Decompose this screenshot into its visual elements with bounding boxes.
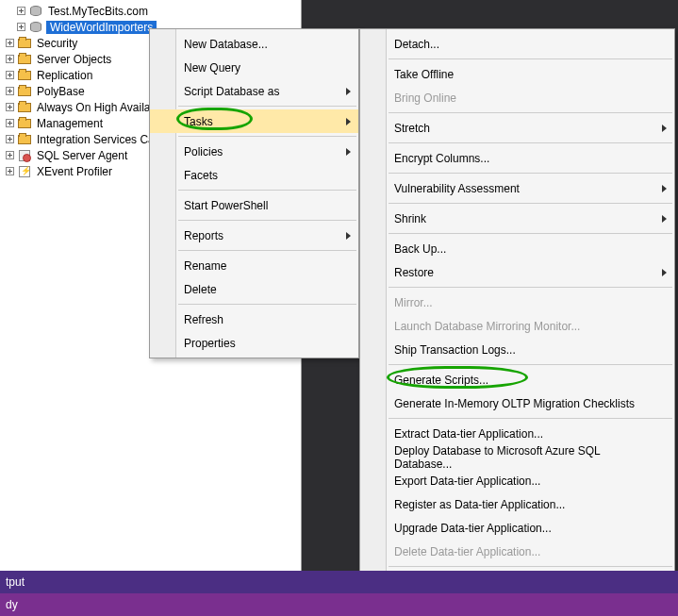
menu-item[interactable]: Rename: [150, 254, 358, 277]
menu-separator: [389, 287, 672, 288]
menu-item[interactable]: Properties: [150, 331, 358, 355]
expand-icon[interactable]: [5, 150, 15, 160]
menu-item[interactable]: Tasks: [150, 109, 358, 133]
tree-node-label: Replication: [35, 69, 94, 82]
expand-icon[interactable]: [5, 134, 15, 144]
menu-item[interactable]: Deploy Database to Microsoft Azure SQL D…: [360, 445, 674, 469]
menu-item[interactable]: Policies: [150, 140, 358, 163]
chevron-right-icon: [662, 215, 667, 223]
status-tab-ready: dy: [0, 593, 678, 616]
context-menu-database: New Database...New QueryScript Database …: [149, 28, 359, 358]
folder-icon: [17, 116, 32, 130]
menu-item-label: Delete: [184, 283, 217, 296]
menu-item: Bring Online: [360, 86, 674, 109]
chevron-right-icon: [346, 118, 351, 125]
menu-item[interactable]: Generate Scripts...: [360, 368, 674, 391]
menu-separator: [178, 220, 356, 221]
menu-item-label: Encrypt Columns...: [394, 152, 489, 165]
menu-separator: [389, 418, 672, 419]
menu-separator: [178, 136, 356, 137]
tree-node-label: WideWorldImporters: [46, 21, 157, 34]
menu-item-label: Register as Data-tier Application...: [394, 498, 565, 511]
expand-icon[interactable]: [5, 38, 15, 48]
menu-item-label: Back Up...: [394, 242, 446, 256]
menu-item-label: Rename: [184, 259, 226, 273]
expand-icon[interactable]: [5, 166, 15, 176]
menu-item-label: Shrink: [394, 212, 426, 225]
menu-item[interactable]: Reports: [150, 224, 358, 247]
menu-separator: [389, 364, 672, 365]
menu-item[interactable]: Ship Transaction Logs...: [360, 338, 674, 361]
menu-item[interactable]: New Database...: [150, 32, 358, 56]
tree-node-label: PolyBase: [35, 85, 87, 98]
menu-separator: [389, 566, 672, 567]
menu-item-label: Policies: [184, 145, 223, 158]
menu-separator: [389, 233, 672, 234]
menu-item-label: Bring Online: [394, 92, 456, 105]
expand-icon[interactable]: [5, 54, 15, 64]
chevron-right-icon: [346, 232, 351, 240]
menu-item-label: Upgrade Data-tier Application...: [394, 522, 552, 535]
menu-item: Launch Database Mirroring Monitor...: [360, 314, 674, 338]
menu-item-label: Launch Database Mirroring Monitor...: [394, 320, 580, 333]
database-icon: [28, 20, 43, 34]
chevron-right-icon: [662, 125, 667, 132]
menu-item[interactable]: Generate In-Memory OLTP Migration Checkl…: [360, 391, 674, 415]
xevent-icon: [17, 164, 32, 178]
database-icon: [28, 4, 43, 18]
expand-icon[interactable]: [5, 118, 15, 128]
menu-item[interactable]: Refresh: [150, 308, 358, 331]
expand-icon[interactable]: [5, 86, 15, 96]
menu-item[interactable]: Restore: [360, 260, 674, 284]
menu-item[interactable]: Extract Data-tier Application...: [360, 422, 674, 445]
menu-item: Mirror...: [360, 291, 674, 314]
chevron-right-icon: [662, 185, 667, 192]
menu-item[interactable]: Script Database as: [150, 79, 358, 103]
menu-separator: [178, 304, 356, 305]
folder-icon: [17, 84, 32, 98]
menu-separator: [389, 58, 672, 59]
menu-item[interactable]: Vulnerability Assessment: [360, 176, 674, 200]
tree-node-label: Server Objects: [35, 53, 113, 66]
menu-item-label: Facets: [184, 169, 218, 182]
folder-icon: [17, 52, 32, 66]
menu-item-label: Stretch: [394, 122, 430, 135]
menu-item-label: New Database...: [184, 38, 268, 51]
menu-item[interactable]: Stretch: [360, 116, 674, 140]
menu-separator: [178, 250, 356, 251]
menu-item[interactable]: Delete: [150, 277, 358, 301]
menu-item[interactable]: Export Data-tier Application...: [360, 469, 674, 492]
menu-item[interactable]: Register as Data-tier Application...: [360, 492, 674, 516]
menu-item-label: Take Offline: [394, 68, 454, 81]
menu-item[interactable]: Shrink: [360, 207, 674, 230]
menu-item[interactable]: Upgrade Data-tier Application...: [360, 516, 674, 540]
menu-item[interactable]: Back Up...: [360, 237, 674, 260]
agent-icon: [17, 148, 32, 162]
menu-item[interactable]: Encrypt Columns...: [360, 146, 674, 170]
menu-item[interactable]: Take Offline: [360, 62, 674, 86]
chevron-right-icon: [662, 269, 667, 276]
tree-node[interactable]: Test.MyTecBits.com: [5, 3, 301, 19]
menu-item[interactable]: Start PowerShell: [150, 193, 358, 217]
tree-node-label: Management: [35, 117, 105, 130]
menu-item-label: New Query: [184, 61, 240, 75]
menu-item[interactable]: Detach...: [360, 32, 674, 56]
expand-icon[interactable]: [5, 102, 15, 112]
menu-separator: [389, 142, 672, 143]
folder-icon: [17, 36, 32, 50]
status-tab-output[interactable]: tput: [0, 571, 678, 593]
expand-icon[interactable]: [16, 22, 26, 32]
menu-separator: [389, 173, 672, 174]
expand-icon[interactable]: [16, 6, 26, 16]
menu-item-label: Vulnerability Assessment: [394, 182, 520, 195]
context-submenu-tasks: Detach...Take OfflineBring OnlineStretch…: [359, 28, 675, 613]
menu-item[interactable]: New Query: [150, 56, 358, 79]
menu-item-label: Script Database as: [184, 85, 279, 98]
chevron-right-icon: [346, 148, 351, 156]
menu-item-label: Detach...: [394, 38, 439, 51]
menu-item-label: Mirror...: [394, 296, 433, 309]
expand-icon[interactable]: [5, 70, 15, 80]
menu-item[interactable]: Facets: [150, 163, 358, 187]
menu-item-label: Export Data-tier Application...: [394, 474, 540, 488]
menu-separator: [389, 203, 672, 204]
